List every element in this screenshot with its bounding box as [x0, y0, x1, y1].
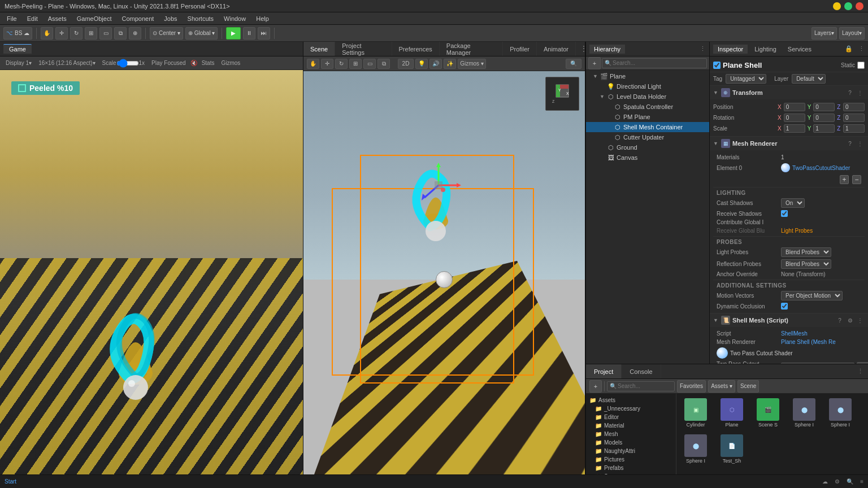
rotate-tool[interactable]: ↻: [70, 27, 83, 40]
tab-game[interactable]: Game: [3, 44, 32, 54]
hierarchy-item-canvas[interactable]: 🖼 Canvas: [586, 152, 709, 163]
close-btn[interactable]: [856, 2, 863, 10]
scene-gizmos-btn[interactable]: Gizmos ▾: [458, 59, 486, 69]
tab-services[interactable]: Services: [783, 45, 816, 54]
scene-light-btn[interactable]: 💡: [415, 59, 428, 69]
menu-component[interactable]: Component: [117, 14, 158, 23]
script-value[interactable]: ShellMesh: [781, 330, 808, 337]
rotation-z[interactable]: [843, 114, 865, 122]
tree-models[interactable]: 📁 Models: [586, 438, 676, 447]
mute-icon[interactable]: 🔇: [190, 60, 197, 66]
hand-tool[interactable]: ✋: [41, 27, 53, 40]
scene-rect-btn[interactable]: ▭: [363, 59, 376, 69]
all-tool[interactable]: ⧉: [114, 27, 127, 40]
hierarchy-item-ground[interactable]: ⬡ Ground: [586, 142, 709, 152]
sm-help[interactable]: ?: [835, 316, 844, 325]
scale-z[interactable]: [843, 124, 865, 133]
assets-btn[interactable]: Assets ▾: [708, 380, 735, 393]
scene-audio-btn[interactable]: 🔊: [429, 59, 442, 69]
scene-search-btn[interactable]: 🔍: [566, 59, 581, 69]
project-add-btn[interactable]: +: [589, 380, 602, 393]
transform-header[interactable]: ▼ ⊕ Transform ? ⋮: [710, 86, 868, 99]
sm-settings[interactable]: ⚙: [845, 316, 854, 325]
search-icon3[interactable]: 🔍: [847, 478, 853, 485]
scene-move-btn[interactable]: ✛: [321, 59, 333, 69]
layers-btn[interactable]: Layers ▾: [811, 27, 837, 40]
sm-menu[interactable]: ⋮: [856, 316, 865, 325]
tree-pictures[interactable]: 📁 Pictures: [586, 455, 676, 464]
menu-file[interactable]: File: [2, 14, 21, 23]
branch-btn[interactable]: ⌥ BS ☁: [3, 27, 32, 40]
scene-fx-btn[interactable]: ✨: [444, 59, 456, 69]
motion-vectors-dropdown[interactable]: Per Object Motion: [781, 291, 843, 300]
layout-btn[interactable]: Layout ▾: [839, 27, 865, 40]
tab-console[interactable]: Console: [622, 364, 661, 378]
scene-scale-btn[interactable]: ⊞: [349, 59, 362, 69]
menu-jobs[interactable]: Jobs: [159, 14, 181, 23]
scale-tool[interactable]: ⊞: [85, 27, 97, 40]
tree-prefabs[interactable]: 📁 Prefabs: [586, 464, 676, 472]
pause-btn[interactable]: ⏸: [243, 27, 255, 40]
menu-gameobject[interactable]: GameObject: [72, 14, 116, 23]
scale-y[interactable]: [813, 124, 835, 133]
position-y[interactable]: [813, 103, 835, 111]
custom-tool[interactable]: ⊕: [129, 27, 141, 40]
materials-add-btn[interactable]: +: [840, 175, 849, 184]
tab-project-settings[interactable]: Project Settings: [335, 42, 392, 56]
play-focused-btn[interactable]: Play Focused: [149, 57, 188, 69]
minimize-btn[interactable]: [833, 2, 841, 10]
scene-rotate-btn[interactable]: ↻: [335, 59, 348, 69]
tree-material[interactable]: 📁 Material: [586, 421, 676, 430]
static-checkbox[interactable]: [857, 62, 865, 69]
global-btn[interactable]: ⊕ Global ▾: [185, 27, 218, 40]
scene-2d-btn[interactable]: 2D: [398, 59, 414, 69]
rect-tool[interactable]: ▭: [99, 27, 112, 40]
sm-mesh-renderer-value[interactable]: Plane Shell (Mesh Re: [781, 339, 836, 345]
play-btn[interactable]: ▶: [226, 27, 241, 40]
tree-mesh[interactable]: 📁 Mesh: [586, 430, 676, 438]
scene-hand-btn[interactable]: ✋: [307, 59, 319, 69]
asset-scene-s[interactable]: 🎬 Scene S: [751, 396, 785, 430]
light-probes-dropdown[interactable]: Blend Probes: [781, 247, 831, 257]
receive-shadows-checkbox[interactable]: [781, 210, 788, 217]
mr-menu[interactable]: ⋮: [856, 139, 865, 148]
asset-cylinder-mesh[interactable]: ▣ Cylinder: [679, 396, 713, 430]
favorites-btn[interactable]: Favorites: [677, 380, 706, 393]
gizmos-btn[interactable]: Gizmos: [219, 57, 242, 69]
tab-preferences[interactable]: Preferences: [392, 42, 440, 56]
hierarchy-item-directional-light[interactable]: 💡 Directional Light: [586, 81, 709, 91]
maximize-btn[interactable]: [844, 2, 852, 10]
hierarchy-item-shell-mesh[interactable]: ⬡ Shell Mesh Container: [586, 122, 709, 132]
position-z[interactable]: [843, 103, 865, 111]
scale-btn[interactable]: Scale 1x: [100, 57, 147, 69]
asset-sphere-2[interactable]: ⬤ Sphere I: [823, 396, 857, 430]
transform-menu[interactable]: ⋮: [856, 88, 865, 97]
inspector-lock[interactable]: 🔒: [841, 45, 856, 53]
tab-animator[interactable]: Animator: [537, 42, 576, 56]
dynamic-occlusion-checkbox[interactable]: [781, 303, 788, 310]
tab-inspector[interactable]: Inspector: [713, 45, 748, 54]
tree-editor[interactable]: 📁 Editor: [586, 413, 676, 421]
tag-dropdown[interactable]: Untagged: [726, 74, 766, 84]
scale-x[interactable]: [784, 124, 805, 133]
aspect-btn[interactable]: 16×16 (12:16 Aspect) ▾: [36, 57, 97, 69]
position-x[interactable]: [784, 103, 805, 111]
material-name[interactable]: TwoPassCutoutShader: [792, 165, 850, 171]
layers-icon[interactable]: ≡: [860, 478, 863, 485]
tab-profiler[interactable]: Profiler: [503, 42, 537, 56]
tab-lighting[interactable]: Lighting: [750, 45, 781, 54]
menu-shortcuts[interactable]: Shortcuts: [183, 14, 218, 23]
asset-sphere-1[interactable]: ⬤ Sphere I: [787, 396, 821, 430]
hierarchy-item-cutter[interactable]: ⬡ Cutter Updater: [586, 132, 709, 142]
tab-project[interactable]: Project: [586, 364, 622, 378]
menu-help[interactable]: Help: [251, 14, 274, 23]
scale-slider[interactable]: [116, 60, 139, 66]
display-btn[interactable]: Display 1 ▾: [3, 57, 34, 69]
cast-shadows-dropdown[interactable]: On: [781, 198, 805, 208]
inspector-menu[interactable]: ⋮: [858, 45, 865, 53]
rotation-y[interactable]: [813, 114, 835, 122]
hierarchy-item-spatula[interactable]: ⬡ Spatula Controller: [586, 102, 709, 112]
mr-help[interactable]: ?: [845, 139, 854, 148]
scene-viewport[interactable]: Y X Z ← Persp: [303, 71, 585, 488]
tree-unnecessary[interactable]: 📁 _Unnecessary: [586, 404, 676, 413]
